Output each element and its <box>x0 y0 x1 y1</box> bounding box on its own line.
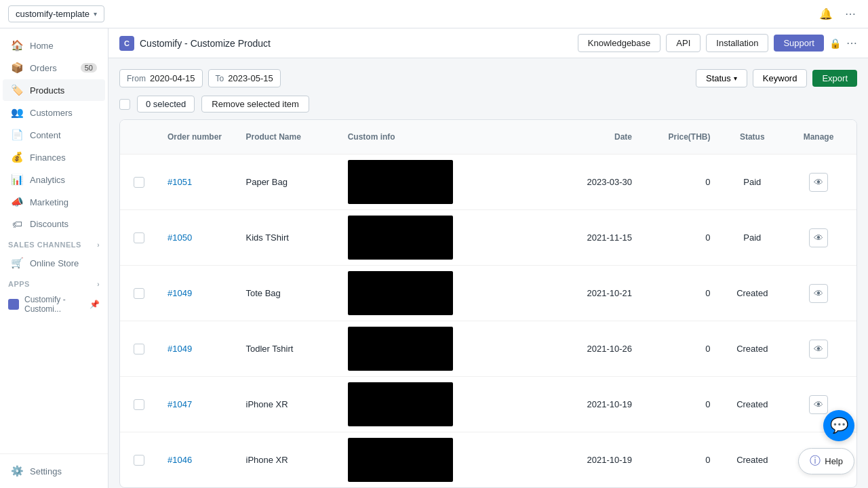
order-price: 0 <box>635 338 713 359</box>
row-checkbox[interactable] <box>134 232 144 243</box>
plugin-logo: C <box>119 36 134 51</box>
header-date: Date <box>540 127 635 147</box>
support-button[interactable]: Support <box>774 35 824 52</box>
installation-button[interactable]: Installation <box>706 34 768 52</box>
app-name: Customify - Customi... <box>24 295 84 314</box>
api-button[interactable]: API <box>666 34 701 52</box>
product-name: iPhone XR <box>243 449 345 470</box>
sidebar-item-orders[interactable]: 📦 Orders 50 <box>3 57 105 79</box>
order-number[interactable]: #1046 <box>165 449 243 470</box>
store-selector[interactable]: customify-template ▾ <box>8 5 104 22</box>
view-button[interactable]: 👁 <box>809 284 828 303</box>
header-custom: Custom info <box>345 127 541 147</box>
messenger-icon: 💬 <box>830 417 848 434</box>
custom-info-cell <box>345 266 541 321</box>
custom-info-cell <box>345 377 541 432</box>
bell-icon[interactable]: 🔔 <box>816 5 835 24</box>
sidebar-item-analytics[interactable]: 📊 Analytics <box>3 169 105 190</box>
apps-section: Apps › <box>0 274 108 291</box>
table-row: #1049 Todler Tshirt 2021-10-26 0 Created… <box>120 321 856 377</box>
view-button[interactable]: 👁 <box>809 228 828 247</box>
chevron-down-icon: ▾ <box>94 10 97 18</box>
order-number[interactable]: #1049 <box>165 283 243 304</box>
order-number[interactable]: #1047 <box>165 394 243 415</box>
order-price: 0 <box>635 394 713 415</box>
row-checkbox[interactable] <box>134 177 144 188</box>
order-status: Created <box>713 394 792 415</box>
products-table: Order number Product Name Custom info Da… <box>119 119 857 488</box>
filter-left: From 2020-04-15 To 2023-05-15 <box>119 69 281 87</box>
content-icon: 📄 <box>11 129 23 141</box>
product-name: Todler Tshirt <box>243 338 345 359</box>
order-status: Created <box>713 338 792 359</box>
help-button[interactable]: ⓘ Help <box>798 448 854 474</box>
sidebar-item-finances[interactable]: 💰 Finances <box>3 146 105 168</box>
sidebar-item-customers[interactable]: 👥 Customers <box>3 102 105 123</box>
export-button[interactable]: Export <box>812 70 857 87</box>
row-checkbox[interactable] <box>134 288 144 299</box>
knowledgebase-button[interactable]: Knowledgebase <box>578 34 661 52</box>
sidebar-item-products[interactable]: 🏷️ Products <box>3 79 105 101</box>
date-from-field[interactable]: From 2020-04-15 <box>119 69 203 87</box>
sidebar-item-marketing[interactable]: 📣 Marketing <box>3 191 105 213</box>
sidebar-item-settings[interactable]: ⚙️ Settings <box>3 460 105 482</box>
arrow-icon: › <box>97 281 100 288</box>
pin-icon: 📌 <box>90 300 100 309</box>
settings-icon: ⚙️ <box>11 465 23 477</box>
view-button[interactable]: 👁 <box>809 173 828 192</box>
order-date: 2021-10-19 <box>540 449 635 470</box>
table-row: #1049 Tote Bag 2021-10-21 0 Created 👁 <box>120 266 856 321</box>
row-checkbox[interactable] <box>134 399 144 410</box>
filter-bar: From 2020-04-15 To 2023-05-15 Status ▾ <box>119 69 857 87</box>
messenger-button[interactable]: 💬 <box>823 410 854 441</box>
custom-info-image <box>348 382 453 426</box>
custom-info-cell <box>345 210 541 265</box>
header-manage: Manage <box>791 127 846 147</box>
top-bar: customify-template ▾ 🔔 ⋯ <box>0 0 868 28</box>
plugin-header: C Customify - Customize Product Knowledg… <box>108 28 868 58</box>
chevron-down-icon: ▾ <box>734 75 737 82</box>
custom-info-cell <box>345 432 541 487</box>
sidebar-item-customify[interactable]: Customify - Customi... 📌 <box>0 291 108 318</box>
arrow-icon: › <box>97 241 100 249</box>
order-number[interactable]: #1051 <box>165 171 243 192</box>
products-icon: 🏷️ <box>11 84 23 96</box>
row-checkbox[interactable] <box>134 344 144 354</box>
manage-cell: 👁 <box>791 223 846 253</box>
eye-icon: 👁 <box>814 232 823 243</box>
sidebar-item-label: Analytics <box>30 175 65 185</box>
view-button[interactable]: 👁 <box>809 340 828 359</box>
keyword-button[interactable]: Keyword <box>753 69 808 87</box>
sidebar-item-home[interactable]: 🏠 Home <box>3 35 105 56</box>
row-checkbox[interactable] <box>134 455 144 466</box>
more-icon[interactable]: ⋯ <box>841 5 860 24</box>
sidebar-item-label: Orders <box>30 63 57 73</box>
sidebar-bottom: ⚙️ Settings <box>0 453 108 488</box>
help-circle-icon: ⓘ <box>810 454 821 468</box>
sidebar-item-online-store[interactable]: 🛒 Online Store <box>3 252 105 274</box>
sidebar-item-discounts[interactable]: 🏷 Discounts <box>3 214 105 235</box>
selected-count: 0 selected <box>137 96 195 113</box>
custom-info-cell <box>345 321 541 376</box>
custom-info-image <box>348 160 453 204</box>
ellipsis-icon[interactable]: ⋯ <box>846 37 857 49</box>
status-button[interactable]: Status ▾ <box>696 69 747 87</box>
order-number[interactable]: #1050 <box>165 227 243 248</box>
orders-badge: 50 <box>81 63 97 73</box>
order-price: 0 <box>635 171 713 192</box>
remove-selected-button[interactable]: Remove selected item <box>201 96 309 113</box>
date-to-field[interactable]: To 2023-05-15 <box>208 69 281 87</box>
order-status: Paid <box>713 227 792 248</box>
table-header: Order number Product Name Custom info Da… <box>120 120 856 155</box>
custom-info-image <box>348 438 453 482</box>
selected-bar: 0 selected Remove selected item <box>119 96 857 113</box>
marketing-icon: 📣 <box>11 196 23 208</box>
sidebar-item-content[interactable]: 📄 Content <box>3 124 105 146</box>
top-bar-right: 🔔 ⋯ <box>816 5 860 24</box>
plugin-header-actions: Knowledgebase API Installation Support 🔒… <box>578 34 857 52</box>
select-all-checkbox[interactable] <box>119 99 130 110</box>
order-number[interactable]: #1049 <box>165 338 243 359</box>
order-price: 0 <box>635 283 713 304</box>
sidebar-nav: 🏠 Home 📦 Orders 50 🏷️ Products 👥 Custome… <box>0 28 108 453</box>
order-status: Created <box>713 449 792 470</box>
